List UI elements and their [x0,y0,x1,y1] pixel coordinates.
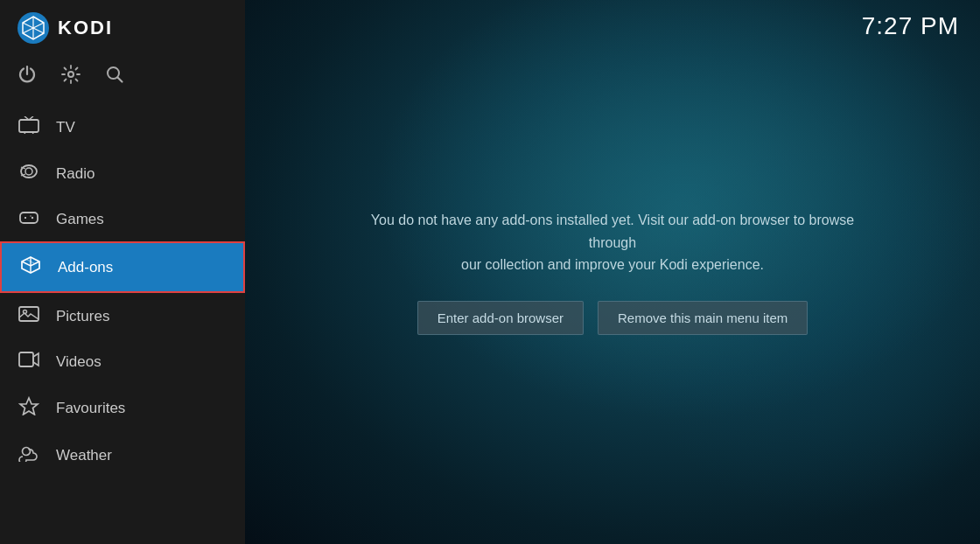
main-nav: TV Radio [0,104,245,544]
svg-point-13 [25,168,32,175]
tv-icon [18,116,40,138]
sidebar-item-pictures-label: Pictures [56,308,109,325]
sidebar-item-addons-label: Add-ons [58,259,113,276]
addons-icon [19,255,42,279]
svg-rect-16 [20,213,38,223]
svg-line-8 [24,132,25,134]
search-button[interactable] [105,65,124,88]
clock-display: 7:27 PM [862,12,959,40]
sidebar-item-videos-label: Videos [56,353,102,371]
sidebar-item-weather-label: Weather [56,447,112,464]
power-button[interactable] [18,65,37,88]
svg-point-5 [68,72,74,77]
weather-icon [18,444,40,466]
sidebar-item-games[interactable]: Games [0,197,245,241]
empty-state-message: You do not have any add-ons installed ye… [359,209,866,276]
sidebar: KODI [0,0,245,544]
action-buttons: Enter add-on browser Remove this main me… [359,301,866,335]
sidebar-item-addons[interactable]: Add-ons [0,241,245,293]
games-icon [18,209,40,229]
enter-addon-browser-button[interactable]: Enter add-on browser [417,301,584,335]
svg-rect-21 [19,307,38,321]
sidebar-item-favourites[interactable]: Favourites [0,384,245,432]
settings-button[interactable] [61,65,80,88]
svg-point-19 [32,217,33,219]
remove-menu-item-button[interactable]: Remove this main menu item [598,301,808,335]
videos-icon [18,352,40,372]
svg-point-20 [30,215,31,216]
sidebar-item-weather[interactable]: Weather [0,432,245,478]
svg-line-9 [32,132,33,134]
pictures-icon [18,305,40,327]
app-title: KODI [58,17,113,39]
svg-marker-24 [20,398,38,415]
sidebar-item-radio-label: Radio [56,165,94,183]
main-content-area: 7:27 PM You do not have any add-ons inst… [245,0,980,544]
kodi-logo-icon [18,12,49,44]
sidebar-item-tv[interactable]: TV [0,104,245,150]
favourites-icon [18,396,40,420]
svg-rect-23 [19,352,33,366]
sidebar-item-games-label: Games [56,211,104,228]
sidebar-item-tv-label: TV [56,119,75,136]
sidebar-item-favourites-label: Favourites [56,400,125,417]
svg-rect-7 [19,120,38,132]
svg-point-12 [21,165,37,178]
sidebar-item-pictures[interactable]: Pictures [0,293,245,339]
sidebar-top-icons [0,56,245,104]
sidebar-item-videos[interactable]: Videos [0,339,245,384]
addons-empty-state: You do not have any add-ons installed ye… [341,192,884,352]
radio-icon [18,163,40,185]
sidebar-header: KODI [0,0,245,56]
sidebar-item-radio[interactable]: Radio [0,150,245,197]
svg-point-25 [23,448,31,456]
